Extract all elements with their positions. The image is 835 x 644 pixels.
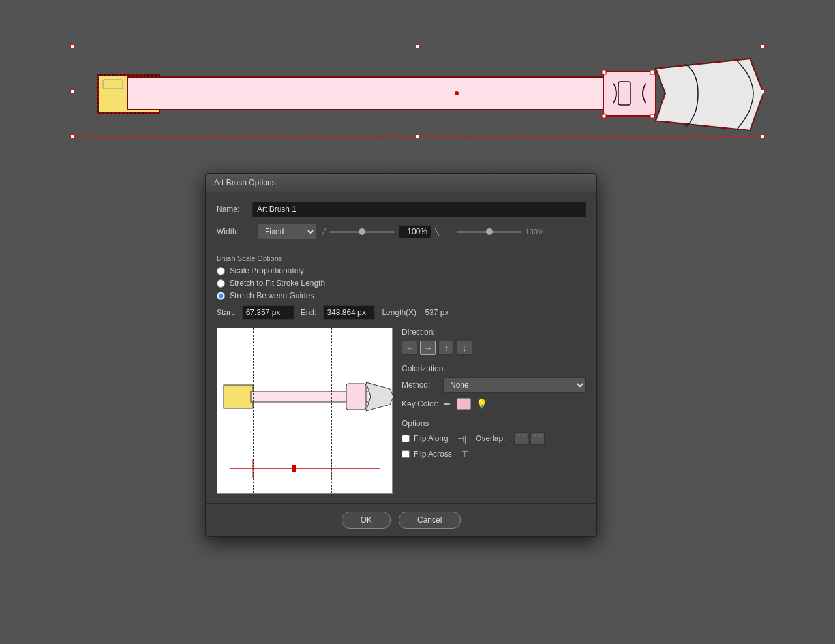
dialog-title: Art Brush Options xyxy=(214,178,276,187)
slider1-track[interactable] xyxy=(329,231,395,233)
ok-button[interactable]: OK xyxy=(342,512,391,529)
key-color-swatch[interactable] xyxy=(457,398,471,410)
cancel-button[interactable]: Cancel xyxy=(399,512,461,529)
width-row: Width: Fixed Pressure Random ╱ ╲ 100 xyxy=(217,224,586,239)
options-label: Options xyxy=(402,419,586,428)
key-color-label: Key Color: xyxy=(402,399,438,408)
slider1-value-input[interactable] xyxy=(399,225,431,238)
overlap-btn1[interactable]: ⌒ xyxy=(514,432,528,445)
direction-buttons: ← → ↑ ↓ xyxy=(402,341,586,355)
end-input[interactable] xyxy=(323,305,375,320)
radio-stretch-to-fit: Stretch to Fit Stroke Length xyxy=(217,279,586,288)
radio-stretch-to-fit-label: Stretch to Fit Stroke Length xyxy=(230,279,325,288)
method-select[interactable]: None Tints Tints and Shades Hue Shift xyxy=(443,377,586,393)
start-label: Start: xyxy=(217,308,235,317)
flip-along-checkbox[interactable] xyxy=(402,435,410,442)
options-section: Options Flip Along ⊣| Overlap: ⌒ ⌒ xyxy=(402,419,586,463)
name-row: Name: xyxy=(217,202,586,217)
canvas-area xyxy=(0,0,835,163)
width-label: Width: xyxy=(217,227,252,236)
svg-rect-10 xyxy=(602,70,606,74)
radio-scale-proportionately-input[interactable] xyxy=(217,267,225,275)
radio-stretch-between-guides-label: Stretch Between Guides xyxy=(230,291,314,300)
overlap-buttons: ⌒ ⌒ xyxy=(514,432,545,445)
method-label: Method: xyxy=(402,380,438,390)
direction-section: Direction: ← → ↑ ↓ xyxy=(402,328,586,355)
flip-along-label: Flip Along xyxy=(414,434,448,443)
radio-stretch-between-guides-input[interactable] xyxy=(217,292,225,300)
preview-box xyxy=(217,328,393,494)
key-color-row: Key Color: ✒ 💡 xyxy=(402,398,586,410)
dialog-body: Name: Width: Fixed Pressure Random ╱ ╲ xyxy=(206,192,596,503)
dir-down-button[interactable]: ↓ xyxy=(457,341,472,355)
slider1-left-icon: ╱ xyxy=(322,228,326,236)
overlap-btn2[interactable]: ⌒ xyxy=(530,432,545,445)
direction-label: Direction: xyxy=(402,328,586,337)
dialog-titlebar: Art Brush Options xyxy=(206,174,596,192)
radio-scale-proportionately: Scale Proportionately xyxy=(217,266,586,275)
svg-rect-12 xyxy=(602,114,606,118)
svg-rect-9 xyxy=(103,80,123,89)
dir-right-button[interactable]: → xyxy=(420,341,436,355)
slider2-track[interactable] xyxy=(457,231,522,233)
main-content: Direction: ← → ↑ ↓ Colorization Method: … xyxy=(217,328,586,494)
slider2-thumb[interactable] xyxy=(486,228,493,235)
guide-line-left xyxy=(253,328,254,493)
svg-rect-3 xyxy=(127,77,603,110)
length-value: 537 px xyxy=(425,308,448,317)
colorization-label: Colorization xyxy=(402,364,586,373)
flip-across-checkbox[interactable] xyxy=(402,450,410,458)
brush-scale-label: Brush Scale Options xyxy=(217,254,586,262)
svg-rect-11 xyxy=(650,70,654,74)
preview-svg xyxy=(217,328,393,493)
end-stepper xyxy=(323,305,375,320)
flip-across-checkbox-row: Flip Across xyxy=(402,450,452,459)
flip-across-label: Flip Across xyxy=(414,450,452,459)
dialog-footer: OK Cancel xyxy=(206,503,596,536)
start-input[interactable] xyxy=(242,305,294,320)
flip-along-row: Flip Along ⊣| Overlap: ⌒ ⌒ xyxy=(402,432,586,445)
slider1-right-icon: ╲ xyxy=(435,228,439,236)
dir-left-button[interactable]: ← xyxy=(402,341,418,355)
length-label: Length(X): xyxy=(382,308,418,317)
start-end-row: Start: End: Length(X): 537 px xyxy=(217,305,586,320)
name-input[interactable] xyxy=(252,202,586,217)
slider1-container: ╱ ╲ xyxy=(322,225,451,238)
svg-rect-18 xyxy=(292,465,296,472)
svg-rect-14 xyxy=(224,385,253,408)
brush-preview-container xyxy=(72,46,763,137)
svg-rect-13 xyxy=(650,114,654,118)
method-row: Method: None Tints Tints and Shades Hue … xyxy=(402,377,586,393)
svg-rect-16 xyxy=(346,384,366,410)
flip-across-icon: ⊤ xyxy=(461,449,468,459)
brush-artwork xyxy=(72,46,763,137)
name-label: Name: xyxy=(217,205,252,214)
divider1 xyxy=(217,249,586,249)
flip-along-icon: ⊣| xyxy=(457,434,466,444)
tip-icon[interactable]: 💡 xyxy=(476,399,487,409)
width-select[interactable]: Fixed Pressure Random xyxy=(258,224,316,239)
svg-rect-8 xyxy=(618,82,630,105)
art-brush-options-dialog: Art Brush Options Name: Width: Fixed Pre… xyxy=(205,173,597,537)
overlap-label: Overlap: xyxy=(476,434,505,443)
brush-scale-section: Brush Scale Options Scale Proportionatel… xyxy=(217,254,586,300)
start-stepper xyxy=(242,305,294,320)
radio-stretch-to-fit-input[interactable] xyxy=(217,279,225,288)
right-panel: Direction: ← → ↑ ↓ Colorization Method: … xyxy=(402,328,586,494)
flip-along-checkbox-row: Flip Along xyxy=(402,434,448,443)
end-label: End: xyxy=(301,308,317,317)
svg-point-5 xyxy=(455,91,459,95)
flip-across-row: Flip Across ⊤ xyxy=(402,449,586,459)
dir-up-button[interactable]: ↑ xyxy=(438,341,454,355)
radio-stretch-between-guides: Stretch Between Guides xyxy=(217,291,586,300)
eyedropper-icon[interactable]: ✒ xyxy=(444,399,451,409)
colorization-section: Colorization Method: None Tints Tints an… xyxy=(402,364,586,410)
guide-line-right xyxy=(331,328,332,493)
slider1-thumb[interactable] xyxy=(359,228,365,235)
slider2-value: 100% xyxy=(526,228,544,236)
slider2-container: 100% xyxy=(457,228,586,236)
radio-scale-proportionately-label: Scale Proportionately xyxy=(230,266,304,275)
